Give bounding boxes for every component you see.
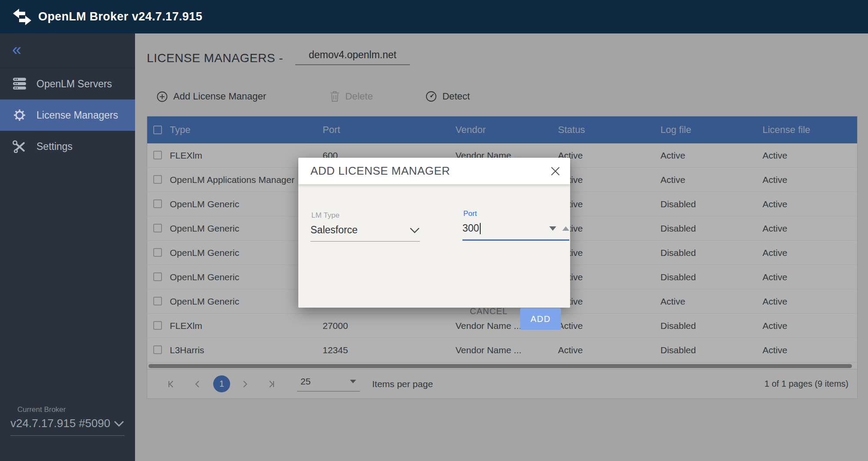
sidebar-item-label: OpenLM Servers xyxy=(36,78,112,90)
port-field: Port 300 xyxy=(462,209,569,241)
cancel-button[interactable]: CANCEL xyxy=(470,306,508,316)
port-input[interactable]: 300 xyxy=(462,222,569,241)
sidebar-item-settings[interactable]: Settings xyxy=(0,131,135,162)
sidebar-item-openlm-servers[interactable]: OpenLM Servers xyxy=(0,68,135,99)
current-broker-select[interactable]: v24.7.17.915 #5090 xyxy=(10,417,125,436)
current-broker-value: v24.7.17.915 #5090 xyxy=(10,417,110,430)
lm-type-field: LM Type Salesforce xyxy=(310,211,420,242)
openlm-logo-icon xyxy=(12,8,32,26)
sidebar: « OpenLM Servers License Managers xyxy=(0,33,135,461)
dialog-header: ADD LICENSE MANAGER xyxy=(298,158,570,184)
sidebar-item-license-managers[interactable]: License Managers xyxy=(0,99,135,131)
current-broker-label: Current Broker xyxy=(17,405,135,414)
current-broker-block: Current Broker v24.7.17.915 #5090 xyxy=(0,405,135,436)
lm-type-value: Salesforce xyxy=(310,224,358,236)
dialog-body: LM Type Salesforce Port 300 CANCEL xyxy=(298,184,570,308)
app-title: OpenLM Broker v24.7.17.915 xyxy=(38,10,202,23)
servers-icon xyxy=(12,77,27,90)
close-icon xyxy=(550,166,561,176)
sidebar-item-label: Settings xyxy=(36,141,73,153)
tools-icon xyxy=(12,140,27,153)
top-bar: OpenLM Broker v24.7.17.915 xyxy=(0,0,868,33)
sidebar-item-label: License Managers xyxy=(36,109,118,121)
lm-type-dropdown[interactable]: Salesforce xyxy=(310,224,420,242)
port-label: Port xyxy=(463,209,569,218)
close-button[interactable] xyxy=(550,166,561,176)
sidebar-collapse[interactable]: « xyxy=(0,33,135,68)
spinner-decrement-icon[interactable] xyxy=(549,226,556,231)
port-value: 300 xyxy=(462,222,479,234)
lm-type-label: LM Type xyxy=(311,211,420,220)
chevron-down-icon xyxy=(113,420,125,427)
text-caret xyxy=(480,223,481,234)
add-license-manager-dialog: ADD LICENSE MANAGER LM Type Salesforce P… xyxy=(298,158,570,308)
chevron-down-icon xyxy=(409,227,420,233)
spinner-increment-icon[interactable] xyxy=(562,226,569,231)
gear-icon xyxy=(12,109,27,122)
add-button[interactable]: ADD xyxy=(520,308,561,330)
dialog-title: ADD LICENSE MANAGER xyxy=(310,164,450,178)
